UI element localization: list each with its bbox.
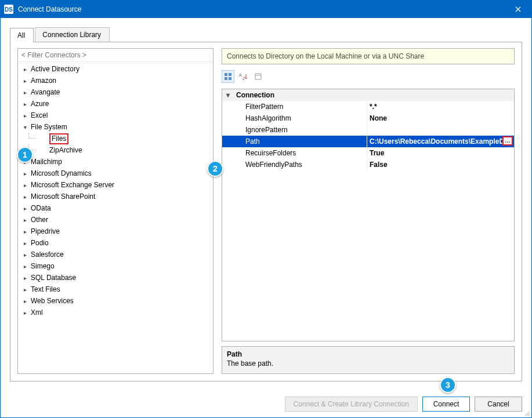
tree-node[interactable]: ▾File System [18, 121, 213, 133]
property-name: RecuirseFolders [234, 147, 367, 159]
tab-strip: All Connection Library [10, 27, 522, 42]
alphabetical-view-button[interactable]: AZ [237, 70, 249, 83]
property-row[interactable]: FilterPattern*.* [222, 101, 514, 112]
chevron-right-icon[interactable]: ▸ [21, 89, 28, 96]
chevron-right-icon[interactable]: ▸ [21, 100, 28, 107]
tree-node[interactable]: ▸Microsoft Dynamics [18, 168, 213, 179]
property-value[interactable]: *.* [367, 101, 514, 112]
tree-node[interactable]: ▸Mailchimp [18, 156, 213, 168]
tree-node[interactable]: ▸Amazon [18, 75, 213, 86]
details-panel: Connects to Directory on the Local Machi… [222, 48, 515, 374]
property-row[interactable]: WebFriendlyPathsFalse [222, 159, 514, 170]
tree-node[interactable]: ▸Xml [18, 307, 213, 318]
tree-node[interactable]: ▸Salesforce [18, 249, 213, 260]
filter-connectors-input[interactable] [18, 49, 213, 62]
dialog-body: All Connection Library ▸Active Directory… [1, 18, 531, 388]
connector-tree[interactable]: ▸Active Directory▸Amazon▸Avangate▸Azure▸… [18, 62, 213, 373]
chevron-right-icon[interactable]: ▸ [21, 251, 28, 258]
svg-text:A: A [239, 73, 242, 77]
tab-content: ▸Active Directory▸Amazon▸Avangate▸Azure▸… [10, 42, 522, 381]
tree-node[interactable]: ▸SQL Database [18, 272, 213, 283]
tree-node[interactable]: ▸Text Files [18, 283, 213, 295]
tree-node-label: Microsoft Exchange Server [31, 181, 114, 189]
collapse-icon[interactable]: ▾ [222, 89, 234, 101]
chevron-right-icon[interactable]: ▸ [21, 112, 28, 119]
svg-rect-6 [255, 74, 261, 79]
property-row[interactable]: IgnorePattern [222, 124, 514, 136]
dialog-window: DS Connect Datasource All Connection Lib… [0, 0, 532, 418]
close-button[interactable] [505, 1, 531, 18]
tree-node[interactable]: ▸Azure [18, 98, 213, 110]
property-toolbar: AZ [222, 69, 515, 84]
tree-node-label: OData [31, 204, 51, 212]
tab-connection-library[interactable]: Connection Library [35, 27, 110, 42]
callout-3: 3 [440, 377, 456, 393]
property-value[interactable]: True [367, 147, 514, 159]
chevron-down-icon[interactable]: ▾ [21, 123, 28, 130]
tree-node[interactable]: ▸OData [18, 202, 213, 214]
tree-node-label: Simego [31, 262, 55, 270]
chevron-right-icon[interactable]: ▸ [21, 228, 28, 235]
tree-node-label: Amazon [31, 77, 56, 85]
chevron-right-icon[interactable]: ▸ [21, 170, 28, 177]
tree-node[interactable]: ▸Microsoft Exchange Server [18, 179, 213, 191]
chevron-right-icon[interactable]: ▸ [21, 181, 28, 188]
tree-node[interactable]: ▸Simego [18, 260, 213, 272]
property-row[interactable]: PathC:\Users\Rebecca\Documents\ExampleD… [222, 136, 514, 147]
spacer [40, 147, 47, 154]
browse-ellipsis-button[interactable]: … [502, 136, 513, 146]
tree-node[interactable]: ▸Active Directory [18, 63, 213, 75]
property-pages-button[interactable] [252, 70, 265, 83]
tree-node-child[interactable]: Files [18, 133, 213, 144]
tree-node-label: Salesforce [31, 250, 64, 259]
tree-node[interactable]: ▸Other [18, 214, 213, 226]
property-category-row[interactable]: ▾ Connection [222, 89, 514, 101]
app-icon: DS [4, 5, 13, 14]
spacer [222, 101, 234, 112]
property-value[interactable]: False [367, 159, 514, 170]
tree-node[interactable]: ▸Excel [18, 110, 213, 121]
callout-1: 1 [17, 147, 33, 163]
tab-all[interactable]: All [10, 28, 34, 42]
chevron-right-icon[interactable]: ▸ [21, 263, 28, 270]
property-value[interactable]: None [367, 112, 514, 124]
tree-node-label: Azure [31, 100, 49, 108]
spacer [222, 136, 234, 147]
resize-grip[interactable] [523, 409, 530, 416]
categorized-view-button[interactable] [222, 70, 234, 83]
tree-node-child[interactable]: ZipArchive [18, 144, 213, 156]
spacer [40, 135, 47, 142]
property-value[interactable]: C:\Users\Rebecca\Documents\ExampleD… [367, 136, 514, 147]
tree-node-label: Text Files [31, 285, 60, 293]
tree-node[interactable]: ▸Web Services [18, 295, 213, 307]
connect-create-library-button: Connect & Create Library Connection [285, 397, 418, 412]
chevron-right-icon[interactable]: ▸ [21, 286, 28, 293]
property-grid: ▾ Connection FilterPattern*.*HashAlgorit… [222, 89, 515, 341]
chevron-right-icon[interactable]: ▸ [21, 66, 28, 72]
connect-button[interactable]: Connect [422, 397, 470, 412]
tree-node[interactable]: ▸Pipedrive [18, 226, 213, 237]
property-value[interactable] [367, 124, 514, 136]
svg-text:Z: Z [243, 77, 245, 81]
chevron-right-icon[interactable]: ▸ [21, 309, 28, 316]
chevron-right-icon[interactable]: ▸ [21, 274, 28, 281]
tree-node-label: Microsoft Dynamics [31, 169, 92, 177]
chevron-right-icon[interactable]: ▸ [21, 216, 28, 223]
chevron-right-icon[interactable]: ▸ [21, 205, 28, 212]
chevron-right-icon[interactable]: ▸ [21, 77, 28, 84]
tree-node[interactable]: ▸Podio [18, 237, 213, 249]
property-name: WebFriendlyPaths [234, 159, 367, 170]
tree-node[interactable]: ▸Avangate [18, 86, 213, 98]
chevron-right-icon[interactable]: ▸ [21, 193, 28, 200]
property-name: Path [234, 136, 367, 147]
chevron-right-icon[interactable]: ▸ [21, 239, 28, 246]
property-row[interactable]: RecuirseFoldersTrue [222, 147, 514, 159]
tree-node[interactable]: ▸Microsoft SharePoint [18, 191, 213, 202]
property-description-title: Path [227, 350, 509, 358]
connector-panel: ▸Active Directory▸Amazon▸Avangate▸Azure▸… [17, 48, 213, 374]
chevron-right-icon[interactable]: ▸ [21, 297, 28, 304]
svg-rect-0 [225, 73, 227, 76]
property-description-box: Path The base path. [222, 346, 515, 374]
property-row[interactable]: HashAlgorithmNone [222, 112, 514, 124]
cancel-button[interactable]: Cancel [475, 397, 522, 412]
